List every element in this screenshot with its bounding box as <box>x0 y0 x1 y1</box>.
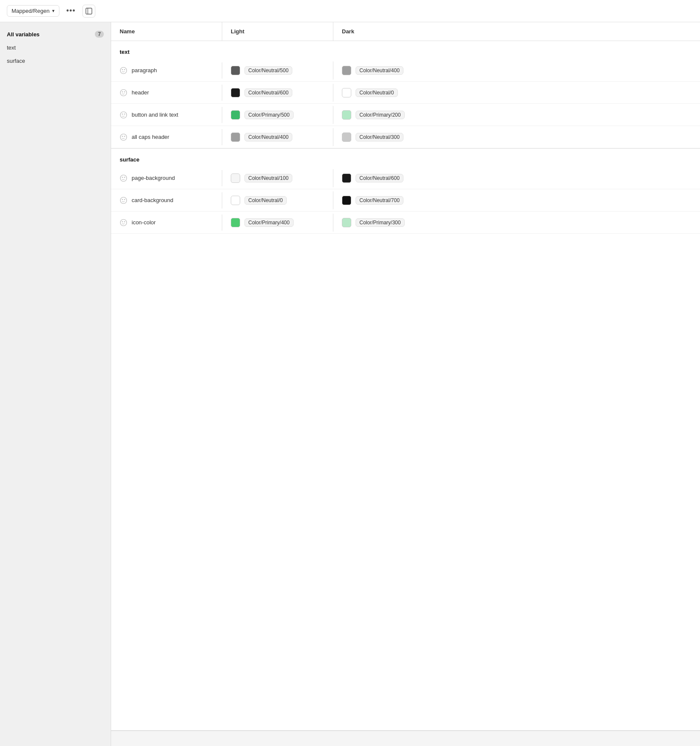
sidebar-item-text[interactable]: text <box>0 41 111 54</box>
color-tag-light-paragraph[interactable]: Color/Neutral/500 <box>244 66 292 75</box>
cell-dark-all-caps[interactable]: Color/Neutral/300 <box>333 128 700 146</box>
color-tag-dark-all-caps[interactable]: Color/Neutral/300 <box>356 133 403 141</box>
cell-light-page-bg[interactable]: Color/Neutral/100 <box>222 169 333 187</box>
cell-light-card-bg[interactable]: Color/Neutral/0 <box>222 191 333 209</box>
svg-point-5 <box>121 89 127 96</box>
svg-point-10 <box>124 113 125 114</box>
palette-icon <box>120 174 127 182</box>
color-tag-light-header[interactable]: Color/Neutral/600 <box>244 88 292 97</box>
empty-space <box>111 234 700 730</box>
row-name-card-bg: card-background <box>132 197 174 203</box>
svg-point-22 <box>124 221 125 222</box>
table-row: paragraph Color/Neutral/500 Color/Neutra… <box>111 59 700 82</box>
cell-dark-header[interactable]: Color/Neutral/0 <box>333 84 700 102</box>
row-name-button-link: button and link text <box>132 112 178 118</box>
swatch-light-paragraph <box>231 66 240 75</box>
svg-rect-0 <box>86 8 92 14</box>
svg-point-21 <box>122 221 123 222</box>
cell-name-paragraph: paragraph <box>111 62 222 79</box>
cell-name-all-caps: all caps header <box>111 129 222 145</box>
cell-name-page-bg: page-background <box>111 170 222 186</box>
cell-light-button-link[interactable]: Color/Primary/500 <box>222 106 333 124</box>
table-row: button and link text Color/Primary/500 C… <box>111 104 700 126</box>
content-area: Name Light Dark text paragraph <box>111 22 700 746</box>
svg-point-4 <box>124 69 125 70</box>
all-variables-label: All variables <box>7 31 40 38</box>
section-text-label: text <box>111 41 700 59</box>
cell-name-button-link: button and link text <box>111 107 222 123</box>
cell-name-icon-color: icon-color <box>111 214 222 231</box>
color-tag-dark-header[interactable]: Color/Neutral/0 <box>356 88 398 97</box>
color-tag-dark-paragraph[interactable]: Color/Neutral/400 <box>356 66 403 75</box>
svg-point-8 <box>121 112 127 118</box>
svg-point-6 <box>122 91 123 92</box>
sidebar-item-surface[interactable]: surface <box>0 54 111 68</box>
palette-icon <box>120 111 127 119</box>
swatch-dark-paragraph <box>342 66 351 75</box>
chevron-down-icon: ▾ <box>52 8 55 14</box>
bottom-bar <box>111 731 700 746</box>
col-light-label: Light <box>231 28 244 35</box>
color-tag-dark-icon-color[interactable]: Color/Primary/300 <box>356 218 405 227</box>
svg-point-3 <box>122 69 123 70</box>
palette-icon <box>120 219 127 226</box>
color-tag-light-all-caps[interactable]: Color/Neutral/400 <box>244 133 292 141</box>
main-layout: All variables 7 text surface Name Light … <box>0 22 700 746</box>
swatch-light-all-caps <box>231 132 240 142</box>
svg-point-2 <box>121 67 127 73</box>
cell-dark-button-link[interactable]: Color/Primary/200 <box>333 106 700 124</box>
palette-icon <box>120 197 127 204</box>
all-variables-count: 7 <box>95 31 104 38</box>
svg-point-17 <box>121 197 127 203</box>
cell-light-icon-color[interactable]: Color/Primary/400 <box>222 214 333 232</box>
svg-point-12 <box>122 135 123 136</box>
color-tag-light-page-bg[interactable]: Color/Neutral/100 <box>244 174 292 182</box>
row-name-page-bg: page-background <box>132 175 175 181</box>
cell-dark-icon-color[interactable]: Color/Primary/300 <box>333 214 700 232</box>
palette-icon <box>120 67 127 74</box>
cell-light-paragraph[interactable]: Color/Neutral/500 <box>222 62 333 79</box>
more-options-button[interactable]: ••• <box>65 5 77 18</box>
color-tag-dark-page-bg[interactable]: Color/Neutral/600 <box>356 174 403 182</box>
panel-icon <box>85 8 92 15</box>
table-header: Name Light Dark <box>111 22 700 41</box>
swatch-dark-card-bg <box>342 196 351 205</box>
cell-light-header[interactable]: Color/Neutral/600 <box>222 84 333 102</box>
sidebar-item-all-variables[interactable]: All variables 7 <box>0 27 111 41</box>
collection-label: Mapped/Regen <box>12 8 50 14</box>
cell-name-header: header <box>111 85 222 101</box>
collection-dropdown[interactable]: Mapped/Regen ▾ <box>7 5 59 17</box>
row-name-paragraph: paragraph <box>132 67 157 73</box>
color-tag-light-card-bg[interactable]: Color/Neutral/0 <box>244 196 287 205</box>
color-tag-dark-button-link[interactable]: Color/Primary/200 <box>356 111 405 119</box>
col-dark-label: Dark <box>342 28 354 35</box>
svg-point-11 <box>121 134 127 140</box>
color-tag-dark-card-bg[interactable]: Color/Neutral/700 <box>356 196 403 205</box>
table-row: card-background Color/Neutral/0 Color/Ne… <box>111 189 700 211</box>
cell-dark-card-bg[interactable]: Color/Neutral/700 <box>333 191 700 209</box>
panel-toggle-button[interactable] <box>82 5 95 18</box>
swatch-light-button-link <box>231 110 240 120</box>
col-header-name: Name <box>111 22 222 41</box>
cell-dark-paragraph[interactable]: Color/Neutral/400 <box>333 62 700 79</box>
svg-point-15 <box>122 176 123 177</box>
cell-light-all-caps[interactable]: Color/Neutral/400 <box>222 128 333 146</box>
sidebar-surface-label: surface <box>7 58 25 64</box>
palette-icon <box>120 133 127 141</box>
swatch-light-page-bg <box>231 173 240 183</box>
table-row: all caps header Color/Neutral/400 Color/… <box>111 126 700 148</box>
swatch-light-icon-color <box>231 218 240 227</box>
table-row: header Color/Neutral/600 Color/Neutral/0 <box>111 82 700 104</box>
swatch-light-card-bg <box>231 196 240 205</box>
table-row: page-background Color/Neutral/100 Color/… <box>111 167 700 189</box>
swatch-light-header <box>231 88 240 97</box>
swatch-dark-all-caps <box>342 132 351 142</box>
svg-point-18 <box>122 199 123 200</box>
color-tag-light-icon-color[interactable]: Color/Primary/400 <box>244 218 294 227</box>
svg-point-14 <box>121 175 127 181</box>
table-row: icon-color Color/Primary/400 Color/Prima… <box>111 211 700 234</box>
cell-dark-page-bg[interactable]: Color/Neutral/600 <box>333 169 700 187</box>
more-icon: ••• <box>66 6 76 15</box>
svg-point-19 <box>124 199 125 200</box>
color-tag-light-button-link[interactable]: Color/Primary/500 <box>244 111 294 119</box>
